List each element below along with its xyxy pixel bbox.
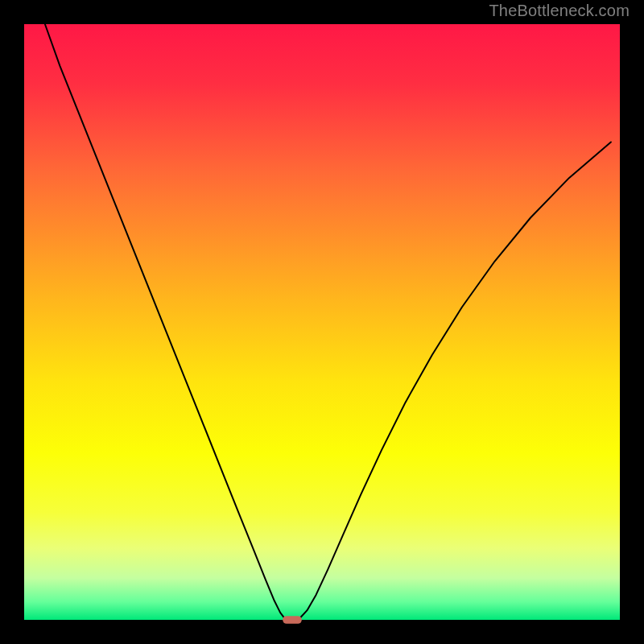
plot-area [24,24,620,620]
chart-container: TheBottleneck.com [0,0,644,644]
optimum-marker [283,616,302,624]
watermark-label: TheBottleneck.com [489,2,630,20]
bottleneck-chart [0,0,644,644]
